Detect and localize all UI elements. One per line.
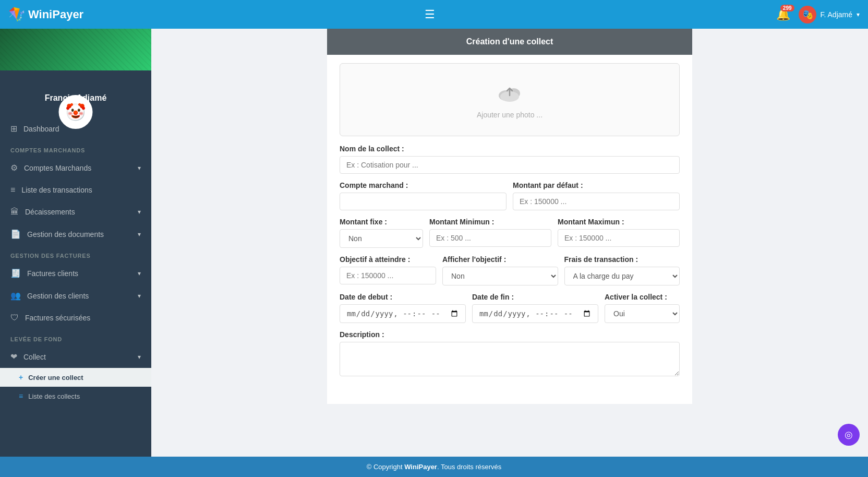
shield-icon: 🛡 [10, 313, 19, 323]
afficher-objectif-col: Afficher l'objectif : Non Oui [442, 255, 558, 285]
sidebar-item-decaissements[interactable]: 🏛 Décaissements ▾ [0, 201, 151, 223]
chat-bubble[interactable]: ◎ [838, 424, 860, 446]
sidebar-item-liste-transactions[interactable]: ≡ Liste des transactions [0, 179, 151, 201]
chevron-icon: ▾ [138, 208, 141, 216]
date-fin-col: Date de fin : [472, 293, 598, 323]
collect-icon: ❤ [10, 352, 17, 362]
chevron-icon: ▾ [138, 353, 141, 361]
navbar-right: 🔔 299 🎭 F. Adjamé ▾ [776, 6, 860, 23]
frais-label: Frais de transaction : [564, 255, 680, 264]
sidebar-profile-bg [0, 29, 151, 70]
montant-defaut-col: Montant par défaut : [513, 181, 680, 210]
sidebar-section-levee-fond: LEVÉE DE FOND [0, 329, 151, 345]
nom-collect-group: Nom de la collect : [340, 145, 680, 174]
description-textarea[interactable] [340, 342, 680, 376]
comptes-marchands-icon: ⚙ [10, 163, 18, 173]
footer-brand: WiniPayer [404, 463, 437, 471]
form-panel: Création d'une collect [327, 29, 692, 404]
activer-col: Activer la collect : Oui Non [605, 293, 680, 323]
sidebar-item-comptes-marchands[interactable]: ⚙ Comptes Marchands ▾ [0, 157, 151, 179]
chevron-icon: ▾ [138, 270, 141, 277]
sidebar-item-label: Comptes Marchands [24, 164, 91, 172]
notification-bell[interactable]: 🔔 299 [776, 8, 790, 21]
main-layout: 🤡 Francis Adjamé ⊞ Dashboard COMPTES MAR… [0, 29, 868, 457]
sidebar-item-label: Décaissements [25, 208, 75, 216]
upload-text: Ajouter une photo ... [477, 111, 542, 119]
logo-icon: 🪁 [8, 6, 25, 22]
frais-select[interactable]: A la charge du pay A ma charge [564, 267, 680, 285]
user-name: F. Adjamé [821, 10, 852, 19]
montant-fixe-select[interactable]: Non Oui [340, 229, 423, 248]
compte-montant-row: Compte marchand : Ma boutique [ TEST ] M… [340, 181, 680, 210]
sidebar-sub-item-creer-collect[interactable]: + Créer une collect [0, 368, 151, 387]
list-icon: ≡ [19, 392, 23, 400]
documents-icon: 📄 [10, 229, 21, 239]
sidebar-item-factures-clients[interactable]: 🧾 Factures clients ▾ [0, 262, 151, 284]
montant-defaut-input[interactable] [513, 193, 680, 210]
date-debut-input[interactable] [340, 304, 466, 323]
factures-icon: 🧾 [10, 268, 21, 278]
sidebar-item-factures-securisees[interactable]: 🛡 Factures sécurisées [0, 307, 151, 329]
navbar-center: ☰ [83, 8, 776, 21]
photo-upload-box[interactable]: Ajouter une photo ... [340, 63, 680, 136]
chevron-icon: ▾ [138, 164, 141, 172]
activer-select[interactable]: Oui Non [605, 304, 680, 323]
chevron-icon: ▾ [138, 292, 141, 300]
content-area: Création d'une collect [151, 29, 868, 457]
navbar: 🪁 WiniPayer ☰ 🔔 299 🎭 F. Adjamé ▾ [0, 0, 868, 29]
sidebar-nav: ⊞ Dashboard COMPTES MARCHANDS ⚙ Comptes … [0, 113, 151, 457]
montant-max-input[interactable] [558, 229, 680, 247]
avatar: 🎭 [799, 6, 816, 23]
afficher-objectif-label: Afficher l'objectif : [442, 255, 558, 264]
nom-collect-input[interactable] [340, 156, 680, 174]
sidebar-profile: 🤡 Francis Adjamé [0, 29, 151, 113]
sidebar-section-comptes-marchands: COMPTES MARCHANDS [0, 140, 151, 157]
montant-max-col: Montant Maximun : [558, 218, 680, 248]
sidebar-item-label: Factures sécurisées [25, 314, 90, 322]
sidebar-item-gestion-documents[interactable]: 📄 Gestion des documents ▾ [0, 223, 151, 245]
date-debut-col: Date de debut : [340, 293, 466, 323]
frais-col: Frais de transaction : A la charge du pa… [564, 255, 680, 285]
sidebar-item-gestion-clients[interactable]: 👥 Gestion des clients ▾ [0, 284, 151, 307]
sidebar-avatar: 🤡 [59, 95, 93, 129]
sidebar-item-label: Gestion des documents [27, 230, 104, 238]
sidebar-item-label: Factures clients [27, 269, 78, 278]
sidebar-item-label: Dashboard [23, 125, 59, 133]
sidebar-item-collect[interactable]: ❤ Collect ▾ [0, 345, 151, 368]
montants-row: Montant fixe : Non Oui Montant Minimun :… [340, 218, 680, 248]
objectif-row: Objectif à atteindre : Afficher l'object… [340, 255, 680, 285]
navbar-user[interactable]: 🎭 F. Adjamé ▾ [799, 6, 860, 23]
notification-badge: 299 [780, 5, 794, 11]
montant-defaut-label: Montant par défaut : [513, 181, 680, 189]
footer: © Copyright WiniPayer. Tous droits réser… [0, 457, 868, 477]
menu-icon[interactable]: ☰ [425, 8, 435, 21]
clients-icon: 👥 [10, 291, 21, 301]
date-fin-label: Date de fin : [472, 293, 598, 301]
form-body: Ajouter une photo ... Nom de la collect … [327, 55, 692, 393]
chevron-icon: ▾ [138, 231, 141, 238]
date-fin-input[interactable] [472, 304, 598, 323]
description-label: Description : [340, 330, 680, 339]
logo-text: WiniPayer [28, 8, 83, 21]
montant-min-col: Montant Minimun : [429, 218, 551, 248]
sidebar-sub-item-label: Liste des collects [28, 392, 80, 400]
objectif-input[interactable] [340, 267, 436, 284]
sidebar-sub-item-liste-collects[interactable]: ≡ Liste des collects [0, 387, 151, 406]
nom-collect-label: Nom de la collect : [340, 145, 680, 153]
compte-marchand-label: Compte marchand : [340, 181, 507, 189]
form-header: Création d'une collect [327, 29, 692, 55]
sidebar-section-gestion-factures: GESTION DES FACTURES [0, 245, 151, 262]
montant-min-label: Montant Minimun : [429, 218, 551, 226]
transactions-icon: ≡ [10, 185, 15, 195]
compte-marchand-input[interactable]: Ma boutique [ TEST ] [340, 193, 507, 210]
afficher-objectif-select[interactable]: Non Oui [442, 267, 558, 285]
sidebar: 🤡 Francis Adjamé ⊞ Dashboard COMPTES MAR… [0, 29, 151, 457]
sidebar-item-label: Liste des transactions [21, 186, 92, 194]
sidebar-sub-item-label: Créer une collect [28, 374, 83, 381]
montant-max-label: Montant Maximun : [558, 218, 680, 226]
sidebar-item-label: Collect [23, 353, 46, 361]
montant-min-input[interactable] [429, 229, 551, 247]
footer-suffix: . Tous droits réservés [437, 463, 501, 471]
form-title: Création d'une collect [466, 37, 553, 46]
cloud-upload-icon [497, 81, 523, 106]
